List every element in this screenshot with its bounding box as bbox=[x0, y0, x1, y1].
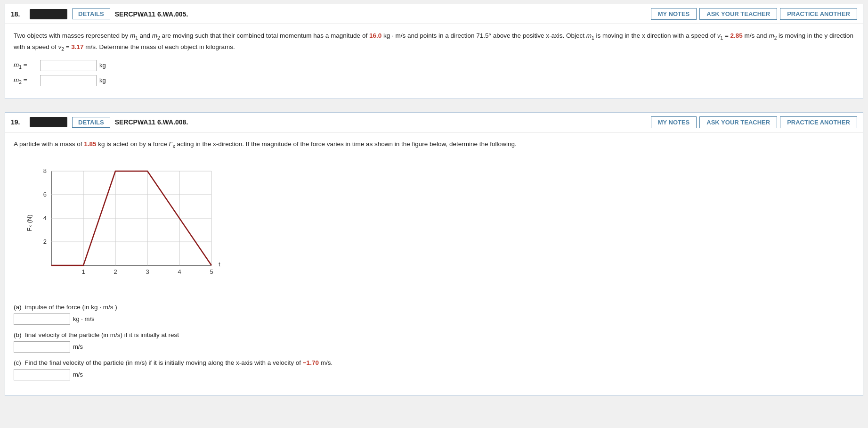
sub-b-text: (b) final velocity of the particle (in m… bbox=[14, 331, 179, 338]
problem-19-text: A particle with a mass of 1.85 kg is act… bbox=[14, 139, 854, 150]
y-axis-label: Fₓ (N) bbox=[26, 214, 33, 231]
sub-label-a: (a) impulse of the force (in kg · m/s ) bbox=[14, 304, 854, 311]
value-initial-velocity: −1.70 bbox=[303, 359, 319, 366]
problem-19-content: A particle with a mass of 1.85 kg is act… bbox=[5, 132, 863, 395]
problem-code-19: SERCPWA11 6.WA.008. bbox=[115, 118, 646, 126]
input-row-m1: m1 = kg bbox=[14, 60, 854, 71]
sub-label-b: (b) final velocity of the particle (in m… bbox=[14, 331, 854, 338]
header-actions-19: MY NOTES ASK YOUR TEACHER PRACTICE ANOTH… bbox=[651, 116, 857, 128]
label-m1: m1 = bbox=[14, 61, 37, 70]
problem-18-text: Two objects with masses represented by m… bbox=[14, 31, 854, 53]
practice-another-button-19[interactable]: PRACTICE ANOTHER bbox=[780, 116, 857, 128]
problem-number-18: 18. bbox=[11, 10, 25, 18]
unit-a: kg · m/s bbox=[73, 315, 95, 322]
ask-teacher-button-19[interactable]: ASK YOUR TEACHER bbox=[699, 116, 777, 128]
my-notes-button-18[interactable]: MY NOTES bbox=[651, 8, 697, 20]
problem-18: 18. DETAILS SERCPWA11 6.WA.005. MY NOTES… bbox=[5, 4, 863, 99]
problem-19-header: 19. DETAILS SERCPWA11 6.WA.008. MY NOTES… bbox=[5, 113, 863, 132]
sub-question-a: (a) impulse of the force (in kg · m/s ) … bbox=[14, 304, 854, 325]
unit-b: m/s bbox=[73, 343, 83, 350]
problem-number-19: 19. bbox=[11, 118, 25, 126]
input-m1[interactable] bbox=[40, 60, 97, 71]
x-tick-2: 2 bbox=[114, 268, 117, 275]
x-tick-5: 5 bbox=[210, 268, 213, 275]
x-tick-1: 1 bbox=[81, 268, 85, 275]
y-tick-8: 8 bbox=[43, 167, 47, 174]
input-velocity-b[interactable] bbox=[14, 341, 70, 353]
practice-another-button-18[interactable]: PRACTICE ANOTHER bbox=[780, 8, 857, 20]
problem-18-header: 18. DETAILS SERCPWA11 6.WA.005. MY NOTES… bbox=[5, 4, 863, 24]
ask-teacher-button-18[interactable]: ASK YOUR TEACHER bbox=[699, 8, 777, 20]
sub-question-b: (b) final velocity of the particle (in m… bbox=[14, 331, 854, 353]
unit-m2: kg bbox=[99, 77, 106, 84]
sub-question-c: (c) Find the final velocity of the parti… bbox=[14, 359, 854, 380]
x-axis-label: t (s) bbox=[219, 261, 221, 268]
unit-c: m/s bbox=[73, 371, 83, 378]
my-notes-button-19[interactable]: MY NOTES bbox=[651, 116, 697, 128]
force-time-graph: 2 4 6 8 1 2 3 4 5 Fₓ (N) t (s) bbox=[23, 162, 221, 295]
problem-18-content: Two objects with masses represented by m… bbox=[5, 24, 863, 99]
spacer bbox=[0, 103, 868, 108]
input-row-a: kg · m/s bbox=[14, 313, 854, 325]
unit-m1: kg bbox=[99, 62, 106, 69]
input-row-m2: m2 = kg bbox=[14, 75, 854, 86]
input-velocity-c[interactable] bbox=[14, 369, 70, 380]
sub-label-c: (c) Find the final velocity of the parti… bbox=[14, 359, 854, 366]
details-button-18[interactable]: DETAILS bbox=[72, 8, 110, 19]
y-tick-2: 2 bbox=[43, 238, 47, 245]
problem-code-18: SERCPWA11 6.WA.005. bbox=[115, 10, 646, 18]
input-m2[interactable] bbox=[40, 75, 97, 86]
redacted-content-19 bbox=[30, 117, 67, 127]
x-tick-4: 4 bbox=[178, 268, 181, 275]
value-v2: 3.17 bbox=[71, 43, 83, 50]
header-actions-18: MY NOTES ASK YOUR TEACHER PRACTICE ANOTH… bbox=[651, 8, 857, 20]
problem-19: 19. DETAILS SERCPWA11 6.WA.008. MY NOTES… bbox=[5, 112, 863, 396]
value-v1: 2.85 bbox=[730, 32, 743, 39]
value-momentum: 16.0 bbox=[369, 32, 381, 39]
y-tick-6: 6 bbox=[43, 191, 47, 198]
y-tick-4: 4 bbox=[43, 214, 47, 222]
sub-c-text: (c) Find the final velocity of the parti… bbox=[14, 359, 333, 366]
sub-a-prefix: (a) impulse of the force (in kg · m/s ) bbox=[14, 304, 117, 311]
redacted-content-18 bbox=[30, 9, 67, 19]
graph-svg: 2 4 6 8 1 2 3 4 5 Fₓ (N) t (s) bbox=[23, 162, 221, 294]
input-row-c: m/s bbox=[14, 369, 854, 380]
label-m2: m2 = bbox=[14, 76, 37, 85]
input-row-b: m/s bbox=[14, 341, 854, 353]
x-tick-3: 3 bbox=[146, 268, 149, 275]
input-impulse[interactable] bbox=[14, 313, 70, 325]
details-button-19[interactable]: DETAILS bbox=[72, 117, 110, 128]
value-mass-19: 1.85 bbox=[84, 140, 96, 148]
